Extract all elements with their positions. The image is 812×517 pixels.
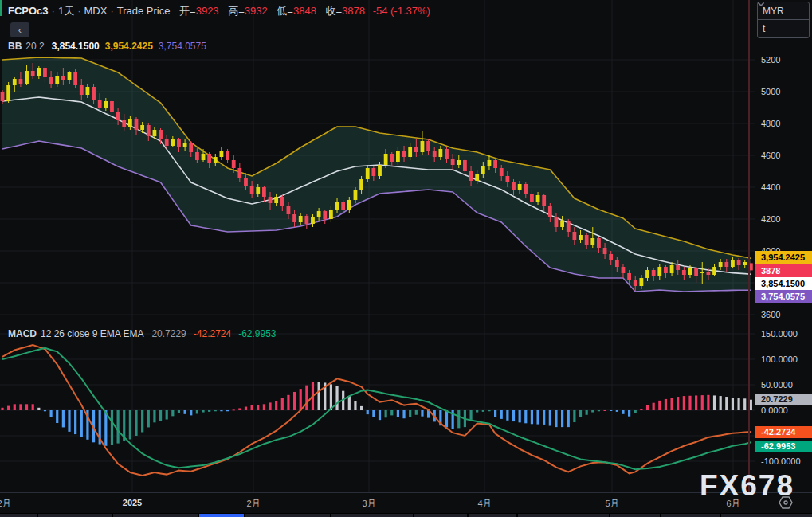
bottom-strip-segment — [38, 514, 112, 517]
macd-tick-label: 100.0000 — [761, 354, 798, 365]
bottom-strip-segment — [721, 514, 812, 517]
bottom-strip-segment — [469, 514, 516, 517]
macd-label-chip: 20.7229 — [755, 394, 812, 405]
currency-dropdown[interactable]: MYR — [758, 2, 809, 19]
currency-value: MYR — [763, 6, 784, 17]
bottom-strip-accent-segment — [199, 514, 244, 517]
bottom-edge-strip — [0, 513, 812, 517]
price-label-chip: 3,954.2425 — [755, 251, 812, 264]
bottom-strip-segment — [518, 514, 609, 517]
unit-value: t — [763, 23, 765, 34]
macd-label-chip: -62.9953 — [755, 441, 812, 452]
macd-tick-label: -100.0000 — [761, 456, 801, 467]
time-tick-label: 2月 — [246, 498, 260, 510]
bottom-strip-segment — [245, 514, 330, 517]
bottom-strip-segment — [414, 514, 467, 517]
time-tick-label: 2月 — [0, 498, 11, 510]
bottom-strip-segment — [0, 514, 37, 517]
bottom-strip-segment — [331, 514, 413, 517]
timezone-settings-button[interactable] — [778, 495, 795, 511]
bollinger-bands-layer — [2, 57, 751, 292]
bottom-strip-segment — [661, 514, 720, 517]
back-button[interactable]: ‹ — [10, 22, 29, 37]
time-tick-label: 4月 — [477, 498, 491, 510]
price-tick-label: 4800 — [761, 118, 780, 129]
price-label-chip: 3,754.0575 — [755, 290, 812, 303]
left-edge-artifact — [0, 0, 2, 16]
price-tick-label: 5200 — [761, 54, 780, 65]
macd-tick-label: 0.0000 — [761, 405, 788, 416]
time-tick-label: 5月 — [605, 498, 618, 510]
trading-chart-window: FCPOc3·1天·MDX·Trade Price 开=3923 高=3932 … — [0, 0, 812, 517]
macd-label-chip: -42.2724 — [755, 426, 812, 438]
bottom-strip-segment — [113, 514, 198, 517]
chart-canvas[interactable] — [0, 0, 755, 492]
price-label-chip: 3,854.1500 — [755, 277, 812, 290]
time-tick-label: 3月 — [362, 498, 375, 510]
price-tick-label: 4200 — [761, 213, 780, 225]
macd-tick-label: 50.0000 — [761, 379, 793, 390]
axis-unit-selector: MYR t — [757, 2, 810, 38]
price-tick-label: 5000 — [761, 86, 780, 97]
unit-dropdown[interactable]: t — [758, 19, 809, 37]
price-axis[interactable]: MYR t 5200500048004600440042004000360015… — [755, 0, 812, 492]
time-tick-label: 6月 — [726, 498, 739, 510]
chevron-down-icon — [758, 2, 764, 6]
macd-tick-label: 150.0000 — [761, 328, 798, 339]
price-label-chip: 3878 — [755, 264, 812, 277]
price-tick-label: 3600 — [761, 309, 780, 320]
price-tick-label: 4400 — [761, 182, 780, 193]
time-tick-label: 2025 — [123, 498, 142, 507]
hexagon-settings-icon — [778, 495, 794, 510]
time-axis[interactable]: 2月20252月3月4月5月6月 — [0, 492, 812, 514]
price-tick-label: 4600 — [761, 150, 780, 161]
macd-signal-line — [2, 348, 751, 469]
bottom-strip-segment — [610, 514, 660, 517]
bb-fill — [2, 57, 751, 292]
